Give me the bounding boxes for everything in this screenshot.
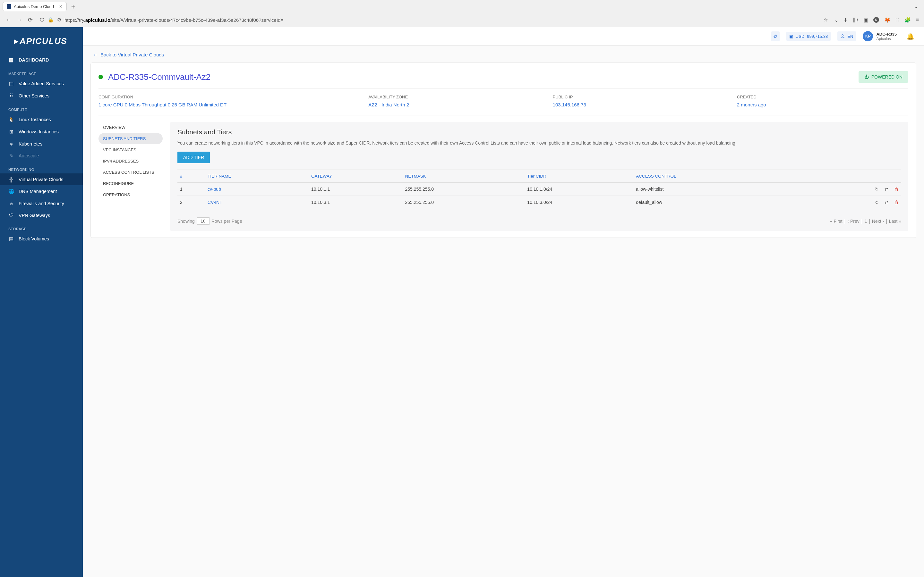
tier-link[interactable]: cv-pub <box>205 183 309 196</box>
forward-button[interactable]: → <box>16 17 23 23</box>
section-networking: NETWORKING <box>0 162 83 173</box>
subnav-operations[interactable]: Operations <box>99 189 163 200</box>
tab-title: Apiculus Demo Cloud <box>14 4 54 9</box>
pager-page: 1 <box>864 219 867 224</box>
address-bar: ← → ⟳ 🛡 🔒 ⚙ https://try.apiculus.io/site… <box>0 13 924 27</box>
sidebar-item-dashboard[interactable]: ▦DASHBOARD <box>0 54 83 66</box>
linux-icon: 🐧 <box>8 117 14 122</box>
reload-button[interactable]: ⟳ <box>27 16 33 23</box>
app: APICULUS ▦DASHBOARD MARKETPLACE ⬚Value A… <box>0 27 924 577</box>
ext-k-icon[interactable]: K <box>873 17 879 23</box>
extensions-icon[interactable]: 🧩 <box>905 17 911 23</box>
ext-crop-icon[interactable]: ⸬ <box>896 17 899 23</box>
sidebar-item-block-volumes[interactable]: ▤Block Volumes <box>0 233 83 245</box>
browser-chrome: Apiculus Demo Cloud ✕ ＋ ⌄ ← → ⟳ 🛡 🔒 ⚙ ht… <box>0 0 924 27</box>
reader-icon[interactable]: ▣ <box>863 17 868 23</box>
globe-help-icon: ❂ <box>774 34 777 39</box>
rows-per-page-input[interactable] <box>197 218 210 225</box>
subnav-overview[interactable]: Overview <box>99 122 163 133</box>
library-icon[interactable]: |||\ <box>853 17 858 23</box>
delete-icon[interactable]: 🗑 <box>894 187 899 192</box>
menu-icon[interactable]: ≡ <box>916 17 919 23</box>
info-config: CONFIGURATION 1 core CPU 0 Mbps Throughp… <box>99 95 355 107</box>
sidebar-item-vas[interactable]: ⬚Value Added Services <box>0 77 83 90</box>
shield-icon[interactable]: 🛡 <box>40 17 45 23</box>
swap-icon[interactable]: ⇄ <box>885 187 888 192</box>
sidebar-item-vpn[interactable]: 🛡VPN Gateways <box>0 210 83 221</box>
permissions-icon[interactable]: ⚙ <box>57 17 61 23</box>
add-tier-button[interactable]: ADD TIER <box>178 152 210 163</box>
lock-icon[interactable]: 🔒 <box>48 17 54 23</box>
back-link[interactable]: ← Back to Virtual Private Clouds <box>90 50 916 63</box>
power-badge[interactable]: ⏻POWERED ON <box>859 71 908 83</box>
help-button[interactable]: ❂ <box>771 31 780 41</box>
firewall-icon: ⍟ <box>8 201 14 206</box>
vpc-title: ADC-R335-Commvault-Az2 <box>108 72 210 82</box>
col-name[interactable]: TIER NAME <box>205 170 309 183</box>
subnav-ipv4[interactable]: IPv4 Addresses <box>99 155 163 167</box>
browser-tab[interactable]: Apiculus Demo Cloud ✕ <box>3 2 67 11</box>
other-icon: ⠿ <box>8 93 14 99</box>
pager-prev[interactable]: ‹ Prev <box>847 219 859 224</box>
subnav-reconfigure[interactable]: Reconfigure <box>99 178 163 189</box>
user-box[interactable]: KP ADC-R335 Apiculus <box>863 31 897 41</box>
sidebar-item-firewalls[interactable]: ⍟Firewalls and Security <box>0 197 83 210</box>
pocket-icon[interactable]: ⌄ <box>834 17 838 23</box>
close-tab-icon[interactable]: ✕ <box>59 4 63 9</box>
swap-icon[interactable]: ⇄ <box>885 200 888 205</box>
col-acl[interactable]: ACCESS CONTROL <box>633 170 797 183</box>
sidebar-item-other-services[interactable]: ⠿Other Services <box>0 90 83 102</box>
sidebar-item-vpc[interactable]: ╬Virtual Private Clouds <box>0 173 83 185</box>
col-netmask[interactable]: NETMASK <box>402 170 525 183</box>
col-gateway[interactable]: GATEWAY <box>309 170 402 183</box>
notifications-icon[interactable]: 🔔 <box>906 32 914 40</box>
balance-chip[interactable]: ▣USD 999,715.38 <box>786 32 831 41</box>
url-box[interactable]: 🛡 🔒 ⚙ https://try.apiculus.io/site/#/vir… <box>38 17 830 23</box>
restart-icon[interactable]: ↻ <box>875 187 879 192</box>
tier-link[interactable]: CV-INT <box>205 196 309 209</box>
autoscale-icon: ✎ <box>8 153 14 159</box>
vpc-icon: ╬ <box>8 177 14 182</box>
sidebar-item-windows[interactable]: ⊞Windows Instances <box>0 126 83 138</box>
language-chip[interactable]: 文EN <box>837 31 856 41</box>
title-row: ADC-R335-Commvault-Az2 ⏻POWERED ON <box>99 69 908 89</box>
subnav-subnets[interactable]: Subnets and Tiers <box>99 133 163 144</box>
subnav-acl[interactable]: Access Control Lists <box>99 167 163 178</box>
col-cidr[interactable]: Tier CIDR <box>525 170 633 183</box>
pager-last[interactable]: Last » <box>889 219 901 224</box>
subnav: Overview Subnets and Tiers VPC Instances… <box>99 122 163 231</box>
section-storage: STORAGE <box>0 221 83 233</box>
sidebar-item-autoscale[interactable]: ✎Autoscale <box>0 150 83 162</box>
pager-next[interactable]: Next › <box>872 219 884 224</box>
col-num[interactable]: # <box>178 170 205 183</box>
browser-toolbar-icons: ⌄ ⬇ |||\ ▣ K 🦊 ⸬ 🧩 ≡ <box>834 17 919 23</box>
sidebar-item-kubernetes[interactable]: ⎈Kubernetes <box>0 138 83 150</box>
downloads-icon[interactable]: ⬇ <box>843 17 848 23</box>
body-row: Overview Subnets and Tiers VPC Instances… <box>99 115 908 231</box>
pager-first[interactable]: « First <box>830 219 843 224</box>
subnav-instances[interactable]: VPC Instances <box>99 144 163 155</box>
table-row: 2 CV-INT 10.10.3.1 255.255.255.0 10.10.3… <box>178 196 901 209</box>
sidebar-item-linux[interactable]: 🐧Linux Instances <box>0 113 83 126</box>
bookmark-star-icon[interactable]: ☆ <box>824 17 828 23</box>
favicon-icon <box>7 4 11 9</box>
section-compute: COMPUTE <box>0 102 83 113</box>
top-header: ❂ ▣USD 999,715.38 文EN KP ADC-R335 Apicul… <box>83 27 924 45</box>
back-button[interactable]: ← <box>5 17 11 23</box>
vas-icon: ⬚ <box>8 81 14 87</box>
user-name: ADC-R335 <box>876 32 897 37</box>
content: ← Back to Virtual Private Clouds ADC-R33… <box>83 45 924 247</box>
info-az: AVAILABILITY ZONE AZ2 - India North 2 <box>368 95 540 107</box>
tiers-table: # TIER NAME GATEWAY NETMASK Tier CIDR AC… <box>178 169 901 209</box>
delete-icon[interactable]: 🗑 <box>894 200 899 205</box>
restart-icon[interactable]: ↻ <box>875 200 879 205</box>
power-icon: ⏻ <box>864 74 869 79</box>
tabs-dropdown-icon[interactable]: ⌄ <box>913 3 921 10</box>
sidebar-item-dns[interactable]: 🌐DNS Management <box>0 185 83 197</box>
main: ❂ ▣USD 999,715.38 文EN KP ADC-R335 Apicul… <box>83 27 924 577</box>
user-org: Apiculus <box>876 37 897 41</box>
logo: APICULUS <box>0 27 83 54</box>
new-tab-button[interactable]: ＋ <box>70 2 76 11</box>
sidebar: APICULUS ▦DASHBOARD MARKETPLACE ⬚Value A… <box>0 27 83 577</box>
ext-fox-icon[interactable]: 🦊 <box>884 17 891 23</box>
